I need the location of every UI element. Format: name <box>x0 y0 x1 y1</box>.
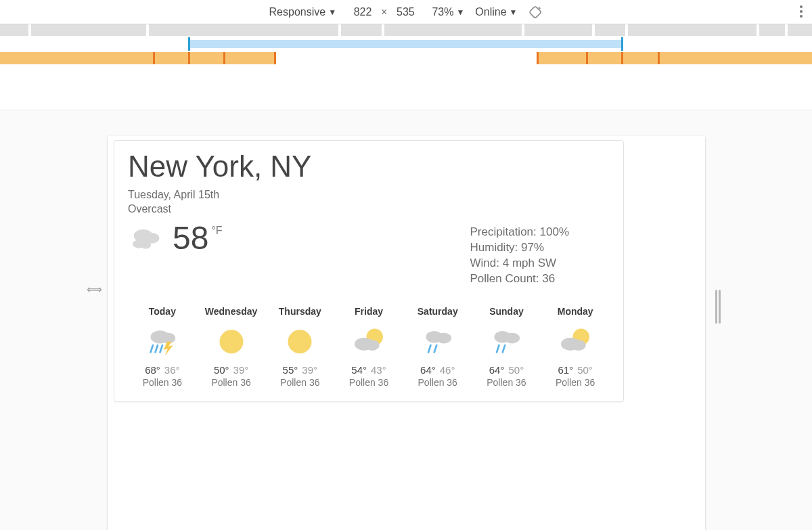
current-conditions: 58 °F Precipitation: 100% Humidity: 97% … <box>128 221 610 287</box>
device-stage: ⟺ New York, NY Tuesday, April 15th Overc… <box>0 110 812 530</box>
svg-line-10 <box>160 345 162 353</box>
network-dropdown[interactable]: Online ▼ <box>475 6 517 18</box>
day-name: Friday <box>334 306 403 317</box>
width-ruler[interactable] <box>0 24 812 36</box>
svg-line-8 <box>150 345 153 353</box>
zoom-dropdown[interactable]: 73% ▼ <box>432 6 464 18</box>
current-temp: 58 <box>173 222 208 255</box>
svg-line-9 <box>155 345 158 353</box>
weather-storm-icon <box>128 322 197 359</box>
day-temps: 50°39° <box>197 364 266 376</box>
high-temp: 54° <box>351 364 367 376</box>
zoom-label: 73% <box>432 6 453 18</box>
day-name: Today <box>128 306 197 317</box>
pollen-label: Pollen 36 <box>541 377 610 388</box>
detail-value: 100% <box>540 225 569 238</box>
day-name: Wednesday <box>197 306 266 317</box>
pollen-label: Pollen 36 <box>128 377 197 388</box>
forecast-day: Sunday64°50°Pollen 36 <box>472 306 541 388</box>
forecast-day: Saturday64°46°Pollen 36 <box>403 306 472 388</box>
detail-label: Precipitation: <box>470 225 537 238</box>
media-query-bar-max[interactable] <box>0 36 812 52</box>
svg-point-13 <box>288 330 312 353</box>
svg-line-19 <box>428 345 431 353</box>
weather-partly-sun-icon <box>334 322 403 359</box>
day-name: Sunday <box>472 306 541 317</box>
day-temps: 55°39° <box>265 364 334 376</box>
current-temp-block: 58 °F <box>128 221 223 256</box>
condition-label: Overcast <box>128 202 610 217</box>
viewport-size: × <box>347 6 421 18</box>
detail-value: 97% <box>521 241 544 254</box>
svg-line-23 <box>497 345 499 353</box>
weather-partly-sun-icon <box>541 322 610 359</box>
high-temp: 55° <box>283 364 298 376</box>
low-temp: 50° <box>508 364 524 376</box>
day-temps: 61°50° <box>541 364 610 376</box>
forecast-day: Thursday55°39°Pollen 36 <box>265 306 334 388</box>
cloud-icon <box>128 221 166 256</box>
chevron-down-icon: ▼ <box>510 7 518 17</box>
forecast-day: Today68°36°Pollen 36 <box>128 306 197 388</box>
day-temps: 54°43° <box>334 364 403 376</box>
day-temps: 64°50° <box>472 364 541 376</box>
forecast-day: Wednesday50°39°Pollen 36 <box>197 306 266 388</box>
day-temps: 64°46° <box>403 364 472 376</box>
weather-sun-icon <box>197 322 266 359</box>
svg-point-22 <box>505 332 520 343</box>
detail-value: 4 mph SW <box>503 257 556 269</box>
low-temp: 36° <box>164 364 180 376</box>
low-temp: 43° <box>371 364 386 376</box>
location-heading: New York, NY <box>128 150 610 183</box>
detail-label: Wind: <box>470 257 499 269</box>
viewport-width-input[interactable] <box>347 6 378 18</box>
svg-point-18 <box>436 332 451 343</box>
day-name: Saturday <box>403 306 472 317</box>
date-label: Tuesday, April 15th <box>128 188 610 202</box>
day-name: Thursday <box>265 306 334 317</box>
high-temp: 50° <box>214 364 229 376</box>
viewport-height-input[interactable] <box>390 6 421 18</box>
pollen-label: Pollen 36 <box>403 377 472 388</box>
weather-card: New York, NY Tuesday, April 15th Overcas… <box>114 140 624 402</box>
high-temp: 64° <box>489 364 505 376</box>
detail-value: 36 <box>542 272 555 285</box>
chevron-down-icon: ▼ <box>328 7 336 17</box>
low-temp: 39° <box>233 364 249 376</box>
low-temp: 46° <box>440 364 455 376</box>
weather-details: Precipitation: 100% Humidity: 97% Wind: … <box>470 225 570 287</box>
resize-handle-right[interactable] <box>710 300 725 313</box>
svg-point-16 <box>365 340 380 351</box>
low-temp: 50° <box>577 364 593 376</box>
weather-sun-icon <box>265 322 334 359</box>
device-mode-dropdown[interactable]: Responsive ▼ <box>269 6 337 18</box>
pollen-label: Pollen 36 <box>334 377 403 388</box>
svg-line-24 <box>503 345 505 353</box>
high-temp: 68° <box>145 364 160 376</box>
media-query-bar-min[interactable] <box>0 52 812 64</box>
more-menu-button[interactable] <box>800 5 803 18</box>
day-temps: 68°36° <box>128 364 197 376</box>
forecast-day: Friday54°43°Pollen 36 <box>334 306 403 388</box>
chevron-down-icon: ▼ <box>456 7 464 17</box>
day-name: Monday <box>541 306 610 317</box>
low-temp: 39° <box>302 364 317 376</box>
detail-label: Pollen Count: <box>470 272 539 285</box>
pollen-label: Pollen 36 <box>265 377 334 388</box>
rotate-button[interactable] <box>528 5 543 20</box>
svg-point-12 <box>219 330 243 353</box>
device-toolbar: Responsive ▼ × 73% ▼ Online ▼ <box>0 0 812 24</box>
pollen-label: Pollen 36 <box>472 377 541 388</box>
weather-rain-icon <box>403 322 472 359</box>
high-temp: 61° <box>558 364 573 376</box>
network-label: Online <box>475 6 506 18</box>
high-temp: 64° <box>420 364 436 376</box>
resize-handle-left[interactable]: ⟺ <box>87 282 102 296</box>
forecast-day: Monday61°50°Pollen 36 <box>541 306 610 388</box>
dimension-separator: × <box>381 6 387 18</box>
forecast-row: Today68°36°Pollen 36Wednesday50°39°Polle… <box>128 306 610 388</box>
svg-point-5 <box>140 242 151 249</box>
detail-label: Humidity: <box>470 241 518 254</box>
pollen-label: Pollen 36 <box>197 377 266 388</box>
svg-marker-11 <box>164 341 173 355</box>
